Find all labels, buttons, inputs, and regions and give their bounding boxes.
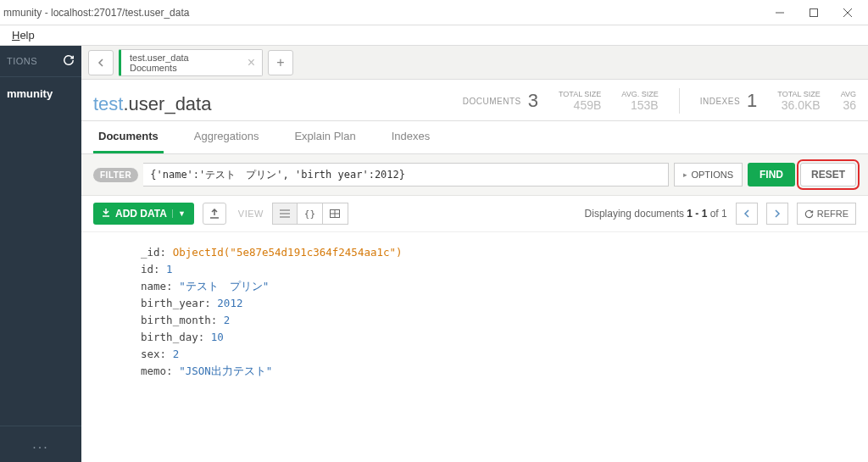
stat-indexes-value: 1	[747, 90, 757, 112]
filter-input[interactable]: {'name':'テスト プリン', 'birth year':2012}	[143, 163, 669, 186]
view-mode-group: {}	[272, 203, 348, 225]
view-table-button[interactable]	[323, 203, 348, 225]
namespace-db: test	[93, 93, 123, 114]
document-field[interactable]: sex: 2	[141, 346, 856, 363]
refresh-icon[interactable]	[63, 54, 75, 68]
chevron-left-icon	[97, 58, 105, 67]
sidebar-item-label: mmunity	[7, 87, 53, 100]
filter-pill: FILTER	[93, 168, 138, 182]
collection-header: test.user_data DOCUMENTS 3 TOTAL SIZE 45…	[81, 80, 868, 121]
view-label: VIEW	[238, 209, 264, 219]
refresh-button[interactable]: REFRE	[797, 203, 856, 225]
svg-rect-1	[810, 8, 818, 16]
tab-back-button[interactable]	[88, 50, 114, 75]
export-button[interactable]	[203, 203, 226, 225]
options-button[interactable]: ▸ OPTIONS	[674, 163, 743, 186]
document-field[interactable]: memo: "JSON出力テスト"	[141, 363, 856, 380]
stat-idx-total-size: TOTAL SIZE 36.0KB	[777, 90, 820, 112]
filter-bar: FILTER {'name':'テスト プリン', 'birth year':2…	[81, 154, 868, 196]
sidebar-more-button[interactable]: ...	[0, 426, 81, 462]
page-next-button[interactable]	[766, 203, 788, 225]
page-prev-button[interactable]	[736, 203, 758, 225]
minimize-icon	[776, 8, 784, 17]
stat-documents: DOCUMENTS 3	[463, 90, 538, 112]
window-close-button[interactable]	[831, 1, 865, 25]
maximize-icon	[810, 8, 818, 17]
window-title: mmunity - localhost:27017/test.user_data	[3, 7, 189, 19]
namespace-title: test.user_data	[93, 93, 211, 120]
stat-documents-value: 3	[528, 90, 538, 112]
tab-title: test.user_data	[130, 53, 228, 63]
stat-divider	[679, 88, 680, 114]
collection-subtabs: Documents Aggregations Explain Plan Inde…	[81, 121, 868, 154]
add-data-button[interactable]: ADD DATA ▼	[93, 203, 194, 225]
export-icon	[209, 209, 220, 219]
menubar: Help	[0, 25, 868, 46]
sidebar-collections-header: TIONS	[0, 46, 81, 77]
document-item[interactable]: _id: ObjectId("5e87e54d191c364f2454aa1c"…	[141, 244, 856, 380]
subtab-aggregations[interactable]: Aggregations	[189, 121, 264, 153]
braces-icon: {}	[304, 209, 315, 220]
close-icon	[843, 8, 852, 17]
subtab-documents[interactable]: Documents	[93, 121, 164, 153]
refresh-icon	[804, 209, 814, 219]
view-json-button[interactable]: {}	[298, 203, 323, 225]
menu-help[interactable]: Help	[7, 27, 40, 43]
list-icon	[280, 209, 290, 218]
window-maximize-button[interactable]	[797, 1, 831, 25]
stat-indexes-label: INDEXES	[700, 97, 740, 106]
subtab-indexes[interactable]: Indexes	[387, 121, 436, 153]
tab-add-button[interactable]: +	[268, 50, 293, 75]
tab-subtitle: Documents	[130, 63, 228, 73]
reset-button[interactable]: RESET	[800, 163, 856, 186]
document-field[interactable]: id: 1	[141, 261, 856, 278]
stat-avg-size: AVG. SIZE 153B	[621, 90, 658, 112]
document-field[interactable]: _id: ObjectId("5e87e54d191c364f2454aa1c"…	[141, 244, 856, 261]
sidebar-top-label: TIONS	[7, 56, 37, 66]
stat-idx-avg: AVG 36	[841, 90, 856, 112]
stat-documents-label: DOCUMENTS	[463, 97, 521, 106]
table-icon	[330, 209, 340, 218]
window-titlebar: mmunity - localhost:27017/test.user_data	[0, 0, 868, 25]
tab-collection[interactable]: test.user_data Documents ×	[119, 49, 263, 76]
tab-bar: test.user_data Documents × +	[81, 46, 868, 80]
tab-close-button[interactable]: ×	[248, 55, 255, 70]
window-minimize-button[interactable]	[763, 1, 797, 25]
namespace-coll: user_data	[129, 93, 212, 114]
main-content: test.user_data Documents × + test.user_d…	[81, 46, 868, 462]
document-field[interactable]: birth_month: 2	[141, 312, 856, 329]
sidebar-item-community[interactable]: mmunity	[0, 77, 81, 426]
caret-right-icon: ▸	[683, 170, 687, 179]
document-field[interactable]: birth_year: 2012	[141, 295, 856, 312]
stat-total-size: TOTAL SIZE 459B	[559, 90, 601, 112]
stat-indexes: INDEXES 1	[700, 90, 758, 112]
sidebar: TIONS mmunity ...	[0, 46, 81, 462]
chevron-left-icon	[743, 209, 750, 218]
subtab-explain-plan[interactable]: Explain Plan	[289, 121, 360, 153]
document-field[interactable]: birth_day: 10	[141, 329, 856, 346]
document-field[interactable]: name: "テスト プリン"	[141, 278, 856, 295]
documents-toolbar: ADD DATA ▼ VIEW {} Displaying docu	[81, 196, 868, 232]
view-list-button[interactable]	[272, 203, 298, 225]
download-icon	[102, 208, 110, 220]
paging-text: Displaying documents 1 - 1 of 1	[585, 208, 727, 220]
document-list: _id: ObjectId("5e87e54d191c364f2454aa1c"…	[81, 232, 868, 392]
chevron-right-icon	[774, 209, 781, 218]
chevron-down-icon: ▼	[172, 209, 186, 218]
find-button[interactable]: FIND	[748, 163, 795, 186]
